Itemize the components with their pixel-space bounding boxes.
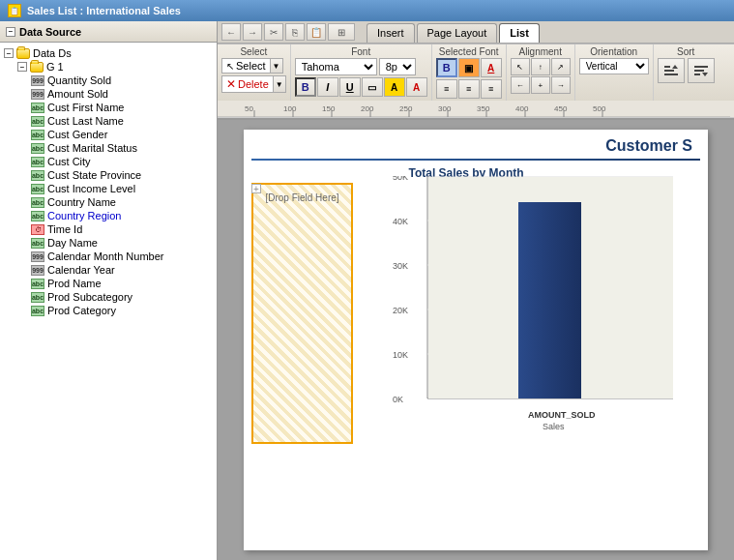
field-prod-subcategory[interactable]: abc Prod Subcategory <box>27 290 217 304</box>
page-canvas: Customer S Total Sales by Month [Drop Fi… <box>244 130 708 550</box>
group-label: G 1 <box>46 61 64 73</box>
sf-bold-button[interactable]: B <box>436 58 457 77</box>
nav-cut-btn[interactable]: ✂ <box>264 23 283 41</box>
nav-forward-btn[interactable]: → <box>243 23 262 41</box>
tab-list[interactable]: List <box>499 23 540 43</box>
field-day-name[interactable]: abc Day Name <box>27 236 217 250</box>
orientation-content: Vertical Horizontal <box>579 58 649 74</box>
svg-text:150: 150 <box>322 104 336 113</box>
tree-group[interactable]: − G 1 <box>14 60 217 74</box>
italic-button[interactable]: I <box>317 77 338 97</box>
border-button[interactable]: ▭ <box>362 77 383 97</box>
sf-align-right[interactable]: ≡ <box>481 79 502 99</box>
field-type-icon-abc: abc <box>31 170 44 181</box>
field-label: Amount Sold <box>47 88 108 100</box>
toolbar-section-alignment: Alignment ↖ ↑ ↗ ← + → <box>507 44 575 101</box>
align-top-left[interactable]: ↖ <box>511 58 530 75</box>
delete-button[interactable]: ✕ Delete <box>221 75 274 93</box>
tab-page-layout[interactable]: Page Layout <box>417 23 498 43</box>
page-title-text: Customer S <box>605 137 692 154</box>
select-label: Select <box>236 60 266 72</box>
drop-field-label: [Drop Field Here] <box>265 192 338 203</box>
align-top-right[interactable]: ↗ <box>551 58 571 75</box>
toolbar-area: ← → ✂ ⎘ 📋 ⊞ Insert Page Layout <box>218 21 734 120</box>
field-cust-gender[interactable]: abc Cust Gender <box>27 128 217 141</box>
main-container: − Data Source − Data Ds − G 1 999 Quanti… <box>0 21 734 560</box>
field-cust-state-province[interactable]: abc Cust State Province <box>27 168 217 182</box>
window-title: Sales List : International Sales <box>27 5 181 16</box>
field-cust-marital-status[interactable]: abc Cust Marital Status <box>27 141 217 155</box>
color-button[interactable]: A <box>406 77 427 97</box>
field-cust-last-name[interactable]: abc Cust Last Name <box>27 114 217 128</box>
content-area[interactable]: Customer S Total Sales by Month [Drop Fi… <box>218 120 734 560</box>
tab-insert[interactable]: Insert <box>367 23 415 43</box>
field-label: Calendar Month Number <box>47 251 163 262</box>
field-calendar-year[interactable]: 999 Calendar Year <box>27 263 217 277</box>
field-country-region[interactable]: abc Country Region <box>27 209 217 222</box>
selected-font-label: Selected Font <box>436 46 502 58</box>
highlight-button[interactable]: A <box>384 77 405 97</box>
field-type-icon-999: 999 <box>31 89 44 100</box>
svg-text:400: 400 <box>515 104 529 113</box>
align-mid-left[interactable]: ← <box>511 76 530 94</box>
field-label: Country Name <box>47 196 116 208</box>
alignment-section-content: ↖ ↑ ↗ ← + → <box>511 58 571 94</box>
panel-title: Data Source <box>19 26 81 38</box>
svg-text:300: 300 <box>438 104 452 113</box>
underline-button[interactable]: U <box>339 77 361 97</box>
sort-desc-button[interactable] <box>688 58 715 83</box>
sf-align-center[interactable]: ≡ <box>458 79 480 99</box>
root-label: Data Ds <box>33 47 72 59</box>
nav-copy-btn[interactable]: ⎘ <box>285 23 305 41</box>
field-quantity-sold[interactable]: 999 Quantity Sold <box>27 74 217 87</box>
tree-root[interactable]: − Data Ds <box>0 46 217 60</box>
field-country-name[interactable]: abc Country Name <box>27 195 217 209</box>
bar-chart: 0K 10K 20K 30K 40K 50K <box>393 176 678 447</box>
sf-text-color-button[interactable]: A <box>481 58 502 77</box>
root-expand-icon[interactable]: − <box>4 48 14 58</box>
sf-align-left[interactable]: ≡ <box>436 79 457 99</box>
font-name-select[interactable]: Tahoma <box>295 58 377 75</box>
orientation-select[interactable]: Vertical Horizontal <box>579 58 649 74</box>
root-folder-icon <box>16 48 30 59</box>
select-button[interactable]: ↖ Select <box>221 58 271 74</box>
field-cust-income-level[interactable]: abc Cust Income Level <box>27 182 217 195</box>
group-expand-icon[interactable]: − <box>17 62 27 72</box>
field-type-icon-abc: abc <box>31 116 44 127</box>
field-prod-name[interactable]: abc Prod Name <box>27 277 217 290</box>
svg-text:50: 50 <box>245 104 253 113</box>
nav-paste-btn[interactable]: 📋 <box>307 23 326 41</box>
toolbar-section-select: Select ↖ Select ▼ <box>218 44 291 101</box>
field-calendar-month-number[interactable]: 999 Calendar Month Number <box>27 250 217 263</box>
panel-collapse-icon[interactable]: − <box>6 27 15 37</box>
field-type-icon-999: 999 <box>31 265 44 276</box>
bar-amount-sold <box>518 202 581 398</box>
font-size-select[interactable]: 8pt <box>379 58 416 75</box>
align-top-center[interactable]: ↑ <box>531 58 550 75</box>
toolbar-nav: ← → ✂ ⎘ 📋 ⊞ <box>218 21 359 43</box>
tree-view: − Data Ds − G 1 999 Quantity Sold 999 Am… <box>0 43 217 560</box>
field-prod-category[interactable]: abc Prod Category <box>27 304 217 317</box>
svg-rect-6 <box>694 74 700 75</box>
field-time-id[interactable]: ⏱ Time Id <box>27 222 217 236</box>
align-mid-center[interactable]: + <box>531 76 550 94</box>
svg-text:30K: 30K <box>393 261 408 271</box>
field-cust-city[interactable]: abc Cust City <box>27 155 217 168</box>
left-panel: − Data Source − Data Ds − G 1 999 Quanti… <box>0 21 218 560</box>
bold-button[interactable]: B <box>295 77 316 97</box>
sort-asc-button[interactable] <box>658 58 685 83</box>
drop-area-expand-icon[interactable]: + <box>251 184 261 193</box>
nav-back-btn[interactable]: ← <box>221 23 241 41</box>
sf-highlight-button[interactable]: ▣ <box>458 58 480 77</box>
field-cust-first-name[interactable]: abc Cust First Name <box>27 101 217 114</box>
select-dropdown[interactable]: ▼ <box>271 58 283 74</box>
nav-insert-btn[interactable]: ⊞ <box>328 23 355 41</box>
field-amount-sold[interactable]: 999 Amount Sold <box>27 87 217 101</box>
field-label: Day Name <box>47 237 98 249</box>
delete-dropdown[interactable]: ▼ <box>274 75 286 93</box>
svg-text:200: 200 <box>361 104 374 113</box>
drop-field-area[interactable]: [Drop Field Here] <box>251 183 353 444</box>
align-mid-right[interactable]: → <box>551 76 571 94</box>
tab-page-layout-label: Page Layout <box>427 27 487 39</box>
svg-text:0K: 0K <box>393 395 403 404</box>
